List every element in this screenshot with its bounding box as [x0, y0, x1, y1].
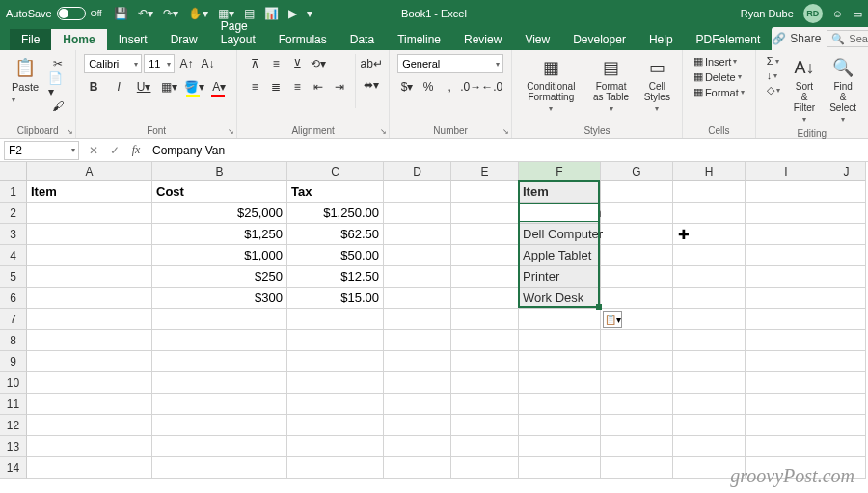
- cell-D10[interactable]: [384, 372, 451, 394]
- cell-H7[interactable]: [673, 309, 746, 330]
- cell-D6[interactable]: [384, 288, 451, 309]
- cell-A11[interactable]: [27, 394, 152, 415]
- comma-format-icon[interactable]: ,: [440, 77, 459, 96]
- row-header-13[interactable]: 13: [0, 436, 27, 457]
- tab-timeline[interactable]: Timeline: [386, 29, 452, 50]
- row-header-7[interactable]: 7: [0, 309, 27, 330]
- cell-E4[interactable]: [451, 245, 519, 266]
- cell-I14[interactable]: [746, 457, 827, 479]
- cell-F13[interactable]: [519, 436, 601, 457]
- undo-icon[interactable]: ↶▾: [138, 7, 153, 20]
- tab-pdfelement[interactable]: PDFelement: [685, 29, 773, 50]
- col-header-H[interactable]: H: [673, 162, 746, 181]
- increase-font-icon[interactable]: A↑: [176, 54, 196, 73]
- cell-D14[interactable]: [384, 457, 451, 479]
- cell-H1[interactable]: [673, 181, 746, 203]
- cell-A10[interactable]: [27, 372, 152, 394]
- cell-B8[interactable]: [152, 330, 287, 351]
- cell-C14[interactable]: [287, 457, 384, 479]
- cell-J5[interactable]: [827, 266, 866, 288]
- cell-J1[interactable]: [827, 181, 866, 203]
- cell-H9[interactable]: [673, 351, 746, 372]
- cell-G12[interactable]: [601, 415, 673, 436]
- cell-E13[interactable]: [451, 436, 519, 457]
- align-right-icon[interactable]: ≡: [287, 77, 307, 96]
- cancel-formula-icon[interactable]: ✕: [83, 144, 104, 157]
- col-header-C[interactable]: C: [287, 162, 384, 181]
- number-format-select[interactable]: General: [397, 54, 503, 73]
- cell-G13[interactable]: [601, 436, 673, 457]
- underline-button[interactable]: U▾: [134, 77, 153, 96]
- cell-D3[interactable]: [384, 224, 451, 245]
- cell-F8[interactable]: [519, 330, 601, 351]
- bold-button[interactable]: B: [84, 77, 103, 96]
- cell-C4[interactable]: $50.00: [287, 245, 384, 266]
- cell-J11[interactable]: [827, 394, 866, 415]
- percent-format-icon[interactable]: %: [419, 77, 438, 96]
- decrease-font-icon[interactable]: A↓: [198, 54, 217, 73]
- cell-I7[interactable]: [746, 309, 827, 330]
- increase-decimal-icon[interactable]: .0→: [461, 77, 480, 96]
- cell-C7[interactable]: [287, 309, 384, 330]
- cell-B6[interactable]: $300: [152, 288, 287, 309]
- cell-G1[interactable]: [601, 181, 673, 203]
- format-painter-icon[interactable]: 🖌: [48, 96, 68, 116]
- cell-J2[interactable]: [827, 203, 866, 224]
- table-icon[interactable]: ▤: [244, 7, 255, 20]
- tab-insert[interactable]: Insert: [107, 29, 159, 50]
- cell-G2[interactable]: [601, 203, 673, 224]
- cell-A13[interactable]: [27, 436, 152, 457]
- cell-C2[interactable]: $1,250.00: [287, 203, 384, 224]
- cell-H10[interactable]: [673, 372, 746, 394]
- col-header-G[interactable]: G: [601, 162, 673, 181]
- font-color-button[interactable]: A▾: [209, 77, 229, 96]
- cell-G4[interactable]: [601, 245, 673, 266]
- row-header-6[interactable]: 6: [0, 288, 27, 309]
- cut-icon[interactable]: ✂: [48, 54, 68, 73]
- cell-C9[interactable]: [287, 351, 384, 372]
- cell-J14[interactable]: [827, 457, 866, 479]
- cell-I1[interactable]: [746, 181, 827, 203]
- cell-J9[interactable]: [827, 351, 866, 372]
- touch-mode-icon[interactable]: ✋▾: [188, 7, 208, 20]
- cell-G5[interactable]: [601, 266, 673, 288]
- cell-J10[interactable]: [827, 372, 866, 394]
- formula-input[interactable]: Company Van: [147, 144, 868, 157]
- row-header-12[interactable]: 12: [0, 415, 27, 436]
- col-header-F[interactable]: F: [519, 162, 601, 181]
- font-launcher[interactable]: ↘: [228, 127, 234, 136]
- cell-I10[interactable]: [746, 372, 827, 394]
- chart-icon[interactable]: 📊: [264, 7, 279, 20]
- cell-A3[interactable]: [27, 224, 152, 245]
- row-header-5[interactable]: 5: [0, 266, 27, 288]
- cell-E2[interactable]: [451, 203, 519, 224]
- cell-I2[interactable]: [746, 203, 827, 224]
- col-header-I[interactable]: I: [746, 162, 827, 181]
- cell-G3[interactable]: [601, 224, 673, 245]
- cell-D4[interactable]: [384, 245, 451, 266]
- cell-H4[interactable]: [673, 245, 746, 266]
- cell-I8[interactable]: [746, 330, 827, 351]
- row-header-11[interactable]: 11: [0, 394, 27, 415]
- cell-E6[interactable]: [451, 288, 519, 309]
- play-icon[interactable]: ▶: [288, 7, 297, 20]
- row-header-1[interactable]: 1: [0, 181, 27, 203]
- cell-J12[interactable]: [827, 415, 866, 436]
- cell-H2[interactable]: [673, 203, 746, 224]
- cell-D5[interactable]: [384, 266, 451, 288]
- find-select-button[interactable]: 🔍Find & Select: [826, 54, 860, 125]
- indent-dec-icon[interactable]: ⇤: [309, 77, 328, 96]
- wrap-text-icon[interactable]: ab↵: [362, 54, 381, 73]
- search-input[interactable]: 🔍Search: [827, 30, 868, 47]
- spreadsheet-grid[interactable]: ABCDEFGHIJ1ItemCostTaxItem2$25,000$1,250…: [0, 162, 868, 479]
- cell-J8[interactable]: [827, 330, 866, 351]
- orientation-icon[interactable]: ⟲▾: [309, 54, 328, 73]
- cell-I11[interactable]: [746, 394, 827, 415]
- cell-I12[interactable]: [746, 415, 827, 436]
- cell-styles-button[interactable]: ▭Cell Styles: [640, 54, 674, 115]
- save-icon[interactable]: 💾: [114, 7, 128, 20]
- cell-B3[interactable]: $1,250: [152, 224, 287, 245]
- cell-D13[interactable]: [384, 436, 451, 457]
- paste-button[interactable]: 📋 Paste: [8, 54, 42, 106]
- cell-G9[interactable]: [601, 351, 673, 372]
